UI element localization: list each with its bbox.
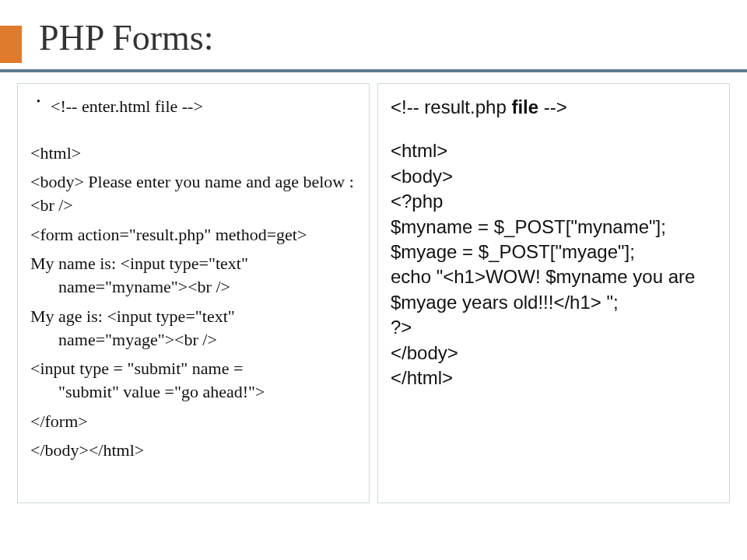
code-line: <input type = "submit" name = "submit" v… [30,357,356,403]
code-line: My age is: <input type="text" name="myag… [30,305,356,351]
code-text: name="myname"><br /> [30,275,356,299]
slide: PHP Forms: <!-- enter.html file --> <htm… [0,0,747,560]
columns: <!-- enter.html file --> <html> <body> P… [0,83,747,503]
code-line: <html> [391,138,717,163]
code-text: echo " [391,266,443,287]
code-text: "submit" value ="go ahead!"> [30,380,356,404]
code-text: <form action="result.php" method=get> [30,225,307,244]
right-card: <!-- result.php file --> <html> <body> <… [377,83,730,503]
code-line: <html> [30,142,356,165]
code-text: --> [538,96,567,117]
code-line: ?> [391,315,717,340]
code-line: <form action="result.php" method=get> [30,223,356,247]
code-line: </body></html> [30,439,356,462]
accent-block [0,26,22,63]
code-text: <!-- enter.html file --> [51,96,203,116]
code-text: My age is: <input type="text" [30,306,235,326]
slide-title: PHP Forms: [39,17,214,63]
code-text: My name is: <input type="text" [30,254,248,273]
code-text: name="myage"><br /> [30,328,356,352]
code-text: <body> Please enter you name and age bel… [30,172,354,215]
code-line: <body> Please enter you name and age bel… [30,170,356,216]
code-text: <!-- result.php [391,96,511,117]
code-text: "; [601,292,619,313]
code-line: <?php [391,189,717,214]
code-line: $myage = $_POST["myage"]; [391,240,717,264]
code-line: </form> [30,410,356,433]
title-row: PHP Forms: [0,0,747,63]
code-line: $myname = $_POST["myname"]; [391,215,717,240]
code-text: <input type = "submit" name = [30,359,243,378]
right-file-comment: <!-- result.php file --> [391,95,717,120]
left-file-comment: <!-- enter.html file --> [30,95,356,118]
code-line: <body> [391,164,717,189]
divider [0,69,747,72]
left-card: <!-- enter.html file --> <html> <body> P… [17,83,370,503]
code-line: echo "<h1>WOW! $myname you are $myage ye… [391,264,717,315]
code-line: </body> [391,341,717,366]
code-text-bold: file [511,96,538,117]
code-line: </html> [391,366,717,390]
code-line: My name is: <input type="text" name="myn… [30,252,356,298]
